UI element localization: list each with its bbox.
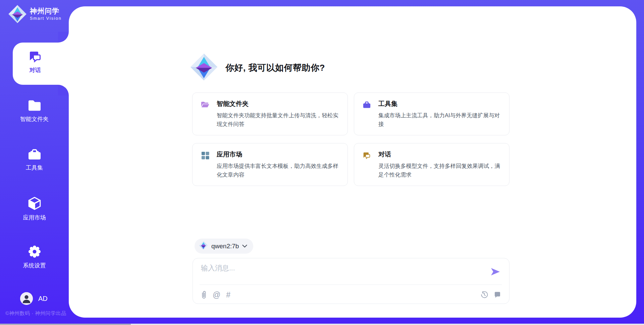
hash-icon[interactable]: # [226,291,230,299]
active-nav-fillet-bottom [58,85,69,95]
gear-icon [0,244,69,259]
card-title: 智能文件夹 [217,100,339,108]
sidebar-item-label: 对话 [0,66,70,74]
greeting-title: 你好, 我可以如何帮助你? [225,62,325,74]
brand-subtitle: Smart Vision [30,16,62,21]
card-description: 应用市场提供丰富长文本模板，助力高效生成多样化文章内容 [217,161,339,179]
card-toolset[interactable]: 工具集 集成市场上主流工具，助力AI与外界无缝扩展与对接 [354,92,509,135]
card-app-market[interactable]: 应用市场 应用市场提供丰富长文本模板，助力高效生成多样化文章内容 [192,143,348,186]
card-smart-folder[interactable]: 智能文件夹 智能文件夹功能支持批量文件上传与清洗，轻松实现文件问答 [192,92,348,135]
chat-bubbles-icon [362,151,371,160]
model-logo-icon [199,241,208,251]
sidebar-item-folders[interactable]: 智能文件夹 [0,99,69,123]
folder-icon [0,99,69,113]
avatar [20,292,33,305]
card-title: 工具集 [378,100,501,108]
sidebar-item-market[interactable]: 应用市场 [0,196,69,221]
sidebar-item-label: 智能文件夹 [0,115,69,123]
sidebar-item-settings[interactable]: 系统设置 [0,244,69,269]
send-icon[interactable] [490,267,500,276]
toolbox-icon [362,100,371,109]
message-input[interactable] [200,263,487,282]
horizontal-scrollbar-track [0,324,644,325]
grid-icon [201,151,210,160]
user-profile[interactable]: AD [20,292,48,305]
card-title: 对话 [378,150,501,159]
card-description: 智能文件夹功能支持批量文件上传与清洗，轻松实现文件问答 [217,111,339,128]
at-sign-icon[interactable]: @ [213,291,220,299]
paperclip-icon[interactable] [201,290,207,299]
message-composer: @ # [193,258,509,304]
toolbox-icon [0,147,69,161]
card-title: 应用市场 [217,150,339,159]
active-nav-fillet-top [58,32,69,43]
folder-open-icon [201,100,210,109]
composer-divider [200,284,502,285]
history-icon[interactable] [481,291,488,299]
greeting-block: 你好, 我可以如何帮助你? [190,53,325,82]
card-chat[interactable]: 对话 灵活切换多模型文件，支持多样回复效果调试，满足个性化需求 [354,143,509,186]
user-name: AD [38,295,48,303]
horizontal-scrollbar-thumb[interactable] [0,324,131,325]
app-window: 神州问学 Smart Vision 对话 智能文件夹 [0,0,644,325]
app-logo-icon [8,5,27,23]
sidebar-item-label: 应用市场 [0,214,69,221]
chevron-down-icon [242,243,247,249]
composer-toolbar: @ # [201,289,501,301]
copyright-footer: ©神州数码 · 神州问学出品 [5,310,66,317]
card-description: 灵活切换多模型文件，支持多样回复效果调试，满足个性化需求 [378,161,501,179]
sidebar-item-tools[interactable]: 工具集 [0,147,69,172]
app-logo-icon-large [190,53,218,82]
feature-cards: 智能文件夹 智能文件夹功能支持批量文件上传与清洗，轻松实现文件问答 工具集 集成… [192,92,509,186]
model-selector[interactable]: qwen2:7b [195,239,253,254]
sidebar-item-chat[interactable]: 对话 [0,49,70,74]
brand-logo-block: 神州问学 Smart Vision [8,5,62,23]
brand-name: 神州问学 [30,7,59,15]
chat-square-icon[interactable] [494,291,501,299]
model-name: qwen2:7b [211,243,239,250]
cube-icon [0,196,69,211]
card-description: 集成市场上主流工具，助力AI与外界无缝扩展与对接 [378,111,501,128]
chat-bubbles-icon [0,49,70,64]
sidebar-item-label: 系统设置 [0,262,69,269]
sidebar-item-label: 工具集 [0,164,69,172]
